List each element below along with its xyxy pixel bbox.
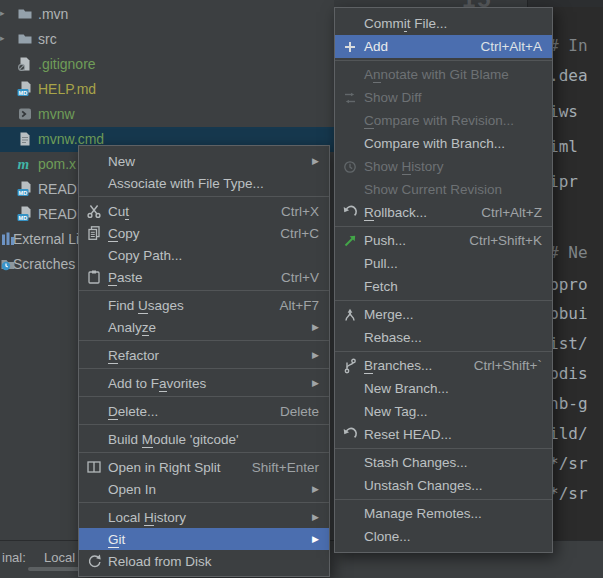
- menu-item-associate-with-file-type[interactable]: Associate with File Type...: [79, 172, 329, 194]
- terminal-tab-local[interactable]: Local: [44, 550, 75, 565]
- menu-item-copy[interactable]: CopyCtrl+C: [79, 222, 329, 244]
- icon-spacer: [342, 478, 364, 494]
- tree-item-mvn[interactable]: ▸.mvn: [0, 2, 334, 27]
- menu-item-refactor[interactable]: Refactor▶: [79, 344, 329, 366]
- tree-item-mvnw[interactable]: mvnw: [0, 102, 334, 127]
- scrollbar-thumb[interactable]: [28, 567, 84, 571]
- editor-line: */sr: [549, 454, 588, 474]
- menu-item-label: Copy: [108, 226, 140, 241]
- menu-item-stash-changes[interactable]: Stash Changes...: [335, 451, 552, 474]
- menu-item-copy-path[interactable]: Copy Path...: [79, 244, 329, 266]
- menu-item-label: New Tag...: [364, 404, 428, 419]
- submenu-arrow-icon: ▶: [309, 322, 319, 332]
- submenu-arrow-icon: ▶: [309, 378, 319, 388]
- undo-icon: [342, 427, 364, 443]
- menu-item-label: Rollback...: [364, 205, 427, 220]
- menu-item-new-branch[interactable]: New Branch...: [335, 377, 552, 400]
- menu-item-label: Commit File...: [364, 16, 447, 31]
- menu-item-reset-head[interactable]: Reset HEAD...: [335, 423, 552, 446]
- icon-spacer: [342, 529, 364, 545]
- editor-line: ipr: [549, 172, 578, 192]
- icon-spacer: [342, 455, 364, 471]
- menu-item-open-in-right-split[interactable]: Open in Right SplitShift+Enter: [79, 456, 329, 478]
- menu-separator: [79, 196, 329, 197]
- chevron-right-icon[interactable]: ▸: [0, 8, 5, 18]
- menu-item-label: Add: [364, 39, 388, 54]
- menu-item-shortcut: Ctrl+C: [264, 226, 319, 241]
- menu-item-git[interactable]: Git▶: [79, 528, 329, 550]
- markdown-icon: MD: [17, 81, 33, 97]
- menu-item-fetch[interactable]: Fetch: [335, 275, 552, 298]
- menu-item-commit-file[interactable]: Commit File...: [335, 12, 552, 35]
- menu-item-compare-with-revision: Compare with Revision...: [335, 109, 552, 132]
- tree-item-src[interactable]: ▸src: [0, 27, 334, 52]
- icon-spacer: [86, 347, 108, 363]
- menu-item-rebase[interactable]: Rebase...: [335, 326, 552, 349]
- split-icon: [86, 459, 108, 475]
- menu-item-push[interactable]: Push...Ctrl+Shift+K: [335, 229, 552, 252]
- icon-spacer: [342, 330, 364, 346]
- tree-item-label: .mvn: [38, 6, 68, 22]
- git-submenu: Commit File...AddCtrl+Alt+AAnnotate with…: [334, 7, 553, 553]
- menu-item-show-history: Show History: [335, 155, 552, 178]
- clock-icon: [342, 159, 364, 175]
- menu-item-label: New Branch...: [364, 381, 449, 396]
- editor-line: bdis: [549, 364, 588, 384]
- menu-item-add-to-favorites[interactable]: Add to Favorites▶: [79, 372, 329, 394]
- menu-item-manage-remotes[interactable]: Manage Remotes...: [335, 502, 552, 525]
- menu-item-new-tag[interactable]: New Tag...: [335, 400, 552, 423]
- menu-item-label: Refactor: [108, 348, 159, 363]
- menu-item-label: Local History: [108, 510, 186, 525]
- menu-separator: [79, 290, 329, 291]
- tree-item-label: External Li: [13, 231, 79, 247]
- menu-item-label: Add to Favorites: [108, 376, 206, 391]
- menu-item-reload-from-disk[interactable]: Reload from Disk: [79, 550, 329, 572]
- menu-item-pull[interactable]: Pull...: [335, 252, 552, 275]
- menu-item-branches[interactable]: Branches...Ctrl+Shift+`: [335, 354, 552, 377]
- menu-item-open-in[interactable]: Open In▶: [79, 478, 329, 500]
- menu-item-find-usages[interactable]: Find UsagesAlt+F7: [79, 294, 329, 316]
- menu-item-shortcut: Delete: [264, 404, 319, 419]
- menu-item-rollback[interactable]: Rollback...Ctrl+Alt+Z: [335, 201, 552, 224]
- menu-item-label: Reset HEAD...: [364, 427, 452, 442]
- menu-item-label: Open in Right Split: [108, 460, 221, 475]
- menu-item-label: Open In: [108, 482, 156, 497]
- editor-tab-strip: 15: [334, 0, 603, 7]
- menu-item-cut[interactable]: CutCtrl+X: [79, 200, 329, 222]
- icon-spacer: [86, 531, 108, 547]
- tree-item-help-md[interactable]: MDHELP.md: [0, 77, 334, 102]
- tree-item-label: mvnw: [38, 106, 75, 122]
- icon-spacer: [86, 431, 108, 447]
- menu-item-compare-with-branch[interactable]: Compare with Branch...: [335, 132, 552, 155]
- menu-item-label: Build Module 'gitcode': [108, 432, 239, 447]
- editor-line: ild/: [549, 424, 588, 444]
- menu-item-build-module-gitcode[interactable]: Build Module 'gitcode': [79, 428, 329, 450]
- menu-item-clone[interactable]: Clone...: [335, 525, 552, 548]
- diff-icon: [342, 90, 364, 106]
- menu-item-paste[interactable]: PasteCtrl+V: [79, 266, 329, 288]
- svg-text:m: m: [18, 156, 30, 172]
- menu-item-new[interactable]: New▶: [79, 150, 329, 172]
- menu-item-unstash-changes[interactable]: Unstash Changes...: [335, 474, 552, 497]
- menu-item-label: Copy Path...: [108, 248, 182, 263]
- editor-tab[interactable]: [334, 0, 528, 7]
- menu-item-label: Paste: [108, 270, 143, 285]
- menu-item-merge[interactable]: Merge...: [335, 303, 552, 326]
- icon-spacer: [86, 297, 108, 313]
- submenu-arrow-icon: ▶: [309, 534, 319, 544]
- menu-item-label: Fetch: [364, 279, 398, 294]
- chevron-right-icon[interactable]: ▸: [0, 33, 5, 43]
- menu-separator: [79, 502, 329, 503]
- icon-spacer: [342, 67, 364, 83]
- menu-item-add[interactable]: AddCtrl+Alt+A: [335, 35, 552, 58]
- copy-icon: [86, 225, 108, 241]
- editor-line: # In: [549, 36, 588, 56]
- menu-item-delete[interactable]: Delete...Delete: [79, 400, 329, 422]
- menu-item-shortcut: Ctrl+X: [265, 204, 319, 219]
- markdown-icon: MD: [17, 206, 33, 222]
- menu-item-analyze[interactable]: Analyze▶: [79, 316, 329, 338]
- tree-item-gitignore[interactable]: .gitignore: [0, 52, 334, 77]
- menu-item-local-history[interactable]: Local History▶: [79, 506, 329, 528]
- menu-separator: [79, 396, 329, 397]
- menu-item-label: Delete...: [108, 404, 158, 419]
